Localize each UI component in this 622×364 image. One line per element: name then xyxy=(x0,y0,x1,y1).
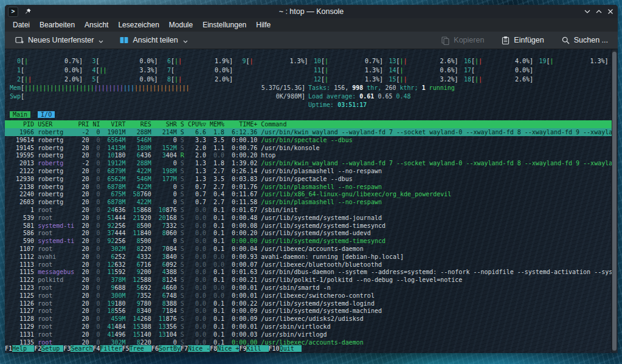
minimize-icon[interactable] xyxy=(583,8,591,16)
cell-mem: 0.0 xyxy=(210,151,224,159)
close-icon[interactable] xyxy=(606,8,614,16)
cell-ni: 0 xyxy=(92,292,100,300)
process-row-19595[interactable]: 19595robertg2001018064363404R2.00.00:00.… xyxy=(5,151,612,159)
tasks-summary-segment: Tasks: xyxy=(308,84,334,91)
process-row-586[interactable]: 586root20037444118408060S0.00.10:00.20/u… xyxy=(5,229,612,237)
process-row-1113[interactable]: 1113root2001263267166092S0.00.00:00.07/u… xyxy=(5,261,612,269)
fnkey-f8[interactable]: F8Nice + xyxy=(210,345,239,352)
terminal-htop[interactable]: 0[|0.7%]1[0.0%]2[||2.0%]3[0.0%]4[||3.3%]… xyxy=(5,49,618,353)
cell-state: S xyxy=(181,315,184,323)
process-row-1123[interactable]: 1123root200968856924660S0.00.00:00.01/us… xyxy=(5,284,612,292)
fnkey-f2[interactable]: F2Setup xyxy=(34,345,63,352)
fnkey-f7[interactable]: F7Nice - xyxy=(181,345,210,352)
text: 0:00.00 xyxy=(232,238,257,244)
cell-mem: 0.1 xyxy=(210,245,224,253)
scrollbar-thumb[interactable] xyxy=(612,52,617,351)
cell-ni: 0 xyxy=(92,151,100,159)
maximize-icon[interactable] xyxy=(595,8,603,16)
text: 3.5 xyxy=(213,137,224,143)
cell-command: /usr/lib/systemd/systemd-timesyncd xyxy=(261,237,385,245)
menu-item-bearbeiten[interactable]: Bearbeiten xyxy=(35,19,79,30)
process-row-1112[interactable]: 1112avahi200625243323840S0.00.00:00.93av… xyxy=(5,253,612,261)
menu-item-einstellungen[interactable]: Einstellungen xyxy=(198,19,251,30)
text: root xyxy=(38,215,52,221)
process-row-590[interactable]: 590systemd-ti2009225685000S0.00.10:00.00… xyxy=(5,237,612,245)
titlebar[interactable]: > ~ : htop — Konsole xyxy=(5,5,618,18)
mem-value-low: 268 xyxy=(140,315,151,322)
chevron-down-icon[interactable] xyxy=(98,40,103,43)
process-row-1129[interactable]: 1129root200414841538813356S0.00.10:00.01… xyxy=(5,323,612,331)
paste-button[interactable]: Einfügen xyxy=(497,34,547,47)
process-row-2122[interactable]: 2122robertg2006879M422M198MS1.32.70:26.1… xyxy=(5,167,612,175)
process-row-2138[interactable]: 2138robertg2006878M422M0S0.72.70:01.76/u… xyxy=(5,183,612,191)
process-row-2013[interactable]: 2013robertg-201912M288M0S1.31.81:39.02/u… xyxy=(5,159,612,167)
fnkey-f4[interactable]: F4Filter xyxy=(93,345,122,352)
search-icon xyxy=(561,36,570,45)
process-row-19614[interactable]: 19614robertg2006564M546M0S3.33.50:00.10/… xyxy=(5,136,612,144)
cell-virt: 37444 xyxy=(103,229,125,237)
menu-item-hilfe[interactable]: Hilfe xyxy=(252,19,275,30)
process-row-1131[interactable]: 1131root200414961514013104S0.00.10:00.03… xyxy=(5,331,612,338)
cell-virt: 459M xyxy=(103,315,125,323)
process-row-12930[interactable]: 12930robertg2006562M546M177MS1.33.50:03.… xyxy=(5,175,612,183)
process-row-1128[interactable]: 1128root200459M1426811876S0.00.10:00.09/… xyxy=(5,315,612,323)
text: S xyxy=(181,207,184,213)
text: 0.7 xyxy=(195,184,206,190)
menu-item-ansicht[interactable]: Ansicht xyxy=(80,19,112,30)
cell-ni: 0 xyxy=(92,237,100,245)
process-row-1122[interactable]: 1122polkitd200378M125888124S0.00.10:00.2… xyxy=(5,276,612,284)
process-row-1966[interactable]: 1966robertg-201901M288M214MS6.61.86:12.3… xyxy=(5,128,612,136)
cpu-meter-label: 3 xyxy=(85,57,96,65)
mem-value: 198M xyxy=(162,168,177,174)
cpu-meter-2: 2[||2.0%] xyxy=(10,75,83,83)
fnkey-f9[interactable]: F9Kill xyxy=(239,345,268,352)
chevron-down-icon[interactable] xyxy=(183,40,188,43)
fnkey-action: SortBy xyxy=(159,345,181,352)
cell-time: 0:00.03 xyxy=(228,331,257,338)
table-header[interactable]: PIDUSERPRINIVIRTRESSHRSCPU%▽MEM%TIME+Com… xyxy=(5,120,612,128)
scrollbar[interactable] xyxy=(611,50,617,352)
process-row-2603[interactable]: 2603robertg2006878M422M0S0.72.70:11.58/u… xyxy=(5,198,612,206)
cpu-meter-value: 0.0% xyxy=(215,66,229,74)
fnkey-f1[interactable]: F1Help xyxy=(5,345,34,352)
search-button[interactable]: Suchen ... xyxy=(558,34,612,47)
menu-item-lesezeichen[interactable]: Lesezeichen xyxy=(114,19,163,30)
process-row-1107[interactable]: 1107root200302M82207084S0.00.10:00.04/us… xyxy=(5,245,612,253)
column-header-cpu: CPU%▽ xyxy=(188,120,206,128)
menu-item-module[interactable]: Module xyxy=(165,19,197,30)
fnkey-f10[interactable]: F10Quit xyxy=(269,345,302,352)
text: S xyxy=(181,184,184,190)
tab-io[interactable]: I/O xyxy=(38,111,55,118)
cpu-meter-label: 17 xyxy=(460,66,471,74)
cell-shr: 0 xyxy=(155,159,177,167)
process-row-2240[interactable]: 2240robertg200675M587600S0.70.40:11.67/u… xyxy=(5,190,612,198)
cell-time: 0:00.22 xyxy=(228,300,257,307)
pin-icon[interactable] xyxy=(24,8,32,15)
process-row-1126[interactable]: 1126root2001918097808388S0.00.10:00.22/u… xyxy=(5,300,612,307)
text: 20 xyxy=(81,222,89,229)
mem-value-low: 140 xyxy=(140,331,151,338)
process-row-1125[interactable]: 1125root200300M73526748S0.00.00:00.01/us… xyxy=(5,292,612,300)
process-row-581[interactable]: 581systemd-ti2009225685007332S0.00.10:00… xyxy=(5,222,612,230)
process-row-1[interactable]: 1root200246361586810876S0.00.10:01.67/sb… xyxy=(5,206,612,214)
menu-item-datei[interactable]: Datei xyxy=(9,19,34,30)
text: /usr/bin/plasmashell --no-respawn xyxy=(261,184,382,190)
tasks-summary-segment: kthr; xyxy=(396,84,422,91)
copy-button[interactable]: Kopieren xyxy=(437,34,488,47)
tab-main[interactable]: Main xyxy=(10,111,30,118)
bracket: ] xyxy=(79,57,83,65)
fnkey-f3[interactable]: F3Search xyxy=(63,345,92,352)
split-view-button[interactable]: Ansicht teilen xyxy=(116,33,191,47)
text: htop xyxy=(261,152,275,159)
text: 0.1 xyxy=(213,230,224,236)
text: S xyxy=(181,168,184,174)
mem-value-high: 20 xyxy=(159,215,166,221)
process-row-1115[interactable]: 1115messagebus2001159292004388S0.00.10:0… xyxy=(5,268,612,276)
fnkey-f6[interactable]: F6SortBy xyxy=(151,345,181,352)
text: robertg xyxy=(38,145,63,151)
process-row-1127[interactable]: 1127root2001855683407184S0.00.10:00.09/u… xyxy=(5,307,612,315)
process-row-19145[interactable]: 19145robertg2001413M180M152MS2.01.10:00.… xyxy=(5,144,612,152)
new-tab-button[interactable]: Neues Unterfenster xyxy=(11,33,107,47)
fnkey-f5[interactable]: F5Tree xyxy=(122,345,151,352)
process-row-539[interactable]: 539root200514442192020168S0.00.10:00.48/… xyxy=(5,214,612,222)
